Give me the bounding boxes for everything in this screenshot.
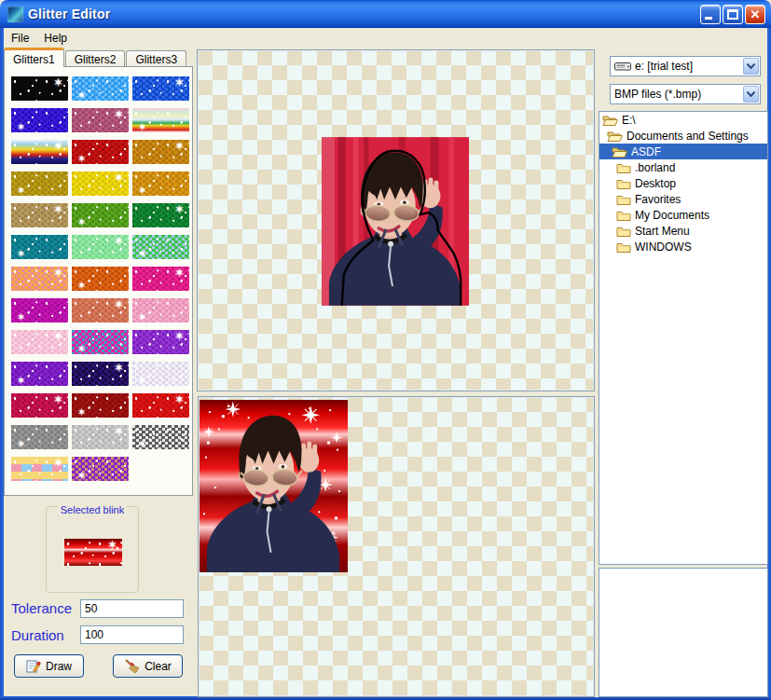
glitter-swatch[interactable] [11, 457, 68, 481]
glitter-swatch[interactable] [132, 267, 189, 291]
window-title: Glitter Editor [28, 7, 110, 21]
glitter-swatch[interactable] [132, 235, 189, 259]
tree-item-label: .borland [635, 161, 675, 174]
glitter-swatch[interactable] [72, 172, 129, 196]
menu-bar: FileHelp [4, 28, 767, 48]
tree-item-asdf[interactable]: ASDF [599, 144, 767, 159]
tolerance-input[interactable] [80, 599, 184, 618]
glitter-swatch[interactable] [132, 140, 189, 164]
minimize-button[interactable] [700, 5, 721, 24]
glitter-swatch[interactable] [11, 172, 68, 196]
tree-item-desktop[interactable]: Desktop [599, 175, 767, 191]
clear-button[interactable]: Clear [113, 654, 183, 678]
draw-button[interactable]: Draw [14, 654, 84, 678]
tree-item-documents-and-settings[interactable]: Documents and Settings [599, 128, 767, 144]
folder-closed-icon [616, 209, 631, 222]
tab-glitters2[interactable]: Glitters2 [65, 50, 126, 67]
glitter-swatch[interactable] [132, 108, 189, 132]
close-button[interactable]: ✕ [745, 5, 765, 24]
glitter-swatch[interactable] [72, 330, 129, 354]
glitter-swatch[interactable] [11, 140, 68, 164]
glitter-swatch[interactable] [11, 362, 68, 386]
glitter-swatch[interactable] [72, 425, 129, 449]
glitter-swatch[interactable] [72, 362, 129, 386]
tree-item-favorites[interactable]: Favorites [599, 191, 767, 207]
duration-input[interactable] [80, 625, 184, 644]
selected-blink-group: Selected blink [46, 506, 139, 593]
glitter-swatch[interactable] [132, 330, 189, 354]
drive-select[interactable]: e: [trial test] [610, 56, 761, 76]
folder-closed-icon [616, 193, 631, 206]
folder-open-icon [607, 130, 623, 143]
glitter-swatch[interactable] [11, 203, 68, 227]
tree-item-my-documents[interactable]: My Documents [599, 207, 767, 223]
glitter-swatch[interactable] [72, 457, 129, 481]
glitter-swatch[interactable] [132, 76, 189, 101]
tolerance-label: Tolerance [11, 600, 72, 616]
glitter-swatch[interactable] [11, 425, 68, 449]
drive-icon [614, 61, 631, 72]
glitter-swatch[interactable] [72, 298, 129, 323]
glitter-swatch[interactable] [72, 393, 129, 418]
menu-item-file[interactable]: File [4, 30, 36, 47]
selected-blink-preview [64, 539, 122, 566]
glitter-swatch[interactable] [132, 203, 189, 227]
tree-item-borland[interactable]: .borland [599, 159, 767, 175]
draw-pencil-icon [26, 659, 41, 674]
glitter-swatch[interactable] [11, 393, 68, 418]
glitter-swatch[interactable] [72, 235, 129, 259]
glitter-swatch[interactable] [11, 235, 68, 259]
file-type-select-value: BMP files (*.bmp) [614, 88, 743, 101]
tree-item-windows[interactable]: WINDOWS [599, 239, 767, 254]
glitter-result-photo [200, 400, 348, 572]
drive-select-value: e: [trial test] [635, 60, 743, 73]
file-type-select[interactable]: BMP files (*.bmp) [610, 84, 761, 104]
glitter-swatch[interactable] [72, 140, 129, 164]
clear-broom-icon [124, 658, 140, 674]
folder-closed-icon [616, 161, 631, 174]
glitter-swatch[interactable] [132, 298, 189, 323]
glitter-swatch[interactable] [132, 362, 189, 386]
selected-blink-label: Selected blink [47, 501, 138, 517]
folder-closed-icon [616, 225, 631, 238]
glitter-swatch[interactable] [72, 76, 129, 101]
clear-button-label: Clear [145, 660, 172, 673]
glitter-swatch[interactable] [11, 267, 68, 291]
tree-item-label: Desktop [635, 177, 676, 190]
tree-item-label: My Documents [635, 209, 709, 222]
glitter-swatch[interactable] [132, 393, 189, 418]
glitter-swatch[interactable] [72, 108, 129, 132]
maximize-icon [727, 9, 738, 20]
original-photo[interactable] [322, 137, 469, 306]
result-image-canvas[interactable] [198, 396, 595, 697]
tree-item-start-menu[interactable]: Start Menu [599, 223, 767, 239]
tab-glitters1[interactable]: Glitters1 [4, 48, 64, 67]
glitter-swatch[interactable] [72, 203, 129, 227]
folder-closed-icon [616, 240, 631, 254]
glitter-swatch[interactable] [132, 425, 189, 449]
glitter-swatch[interactable] [11, 298, 68, 323]
glitter-swatch[interactable] [72, 267, 129, 291]
tab-glitters3[interactable]: Glitters3 [126, 50, 186, 67]
folder-open-icon [602, 114, 618, 127]
glitter-swatch[interactable] [11, 76, 68, 101]
original-image-canvas[interactable] [197, 49, 595, 391]
glitter-swatch[interactable] [132, 172, 189, 196]
file-type-select-arrow-button[interactable] [743, 86, 759, 103]
glitter-palette-panel [4, 66, 193, 496]
titlebar[interactable]: Glitter Editor ✕ [0, 0, 771, 28]
tree-item-e[interactable]: E:\ [599, 112, 767, 128]
minimize-icon [705, 17, 712, 20]
tree-item-label: ASDF [631, 145, 661, 158]
menu-item-help[interactable]: Help [36, 30, 75, 47]
glitter-swatch[interactable] [11, 330, 68, 354]
duration-label: Duration [11, 627, 64, 643]
tree-item-label: WINDOWS [635, 240, 692, 254]
maximize-button[interactable] [723, 5, 743, 24]
drive-select-arrow-button[interactable] [743, 58, 759, 75]
chevron-down-icon [747, 63, 755, 69]
tree-item-label: E:\ [622, 114, 636, 127]
file-list[interactable] [599, 568, 768, 697]
tree-item-label: Favorites [635, 193, 681, 206]
glitter-swatch[interactable] [11, 108, 68, 132]
